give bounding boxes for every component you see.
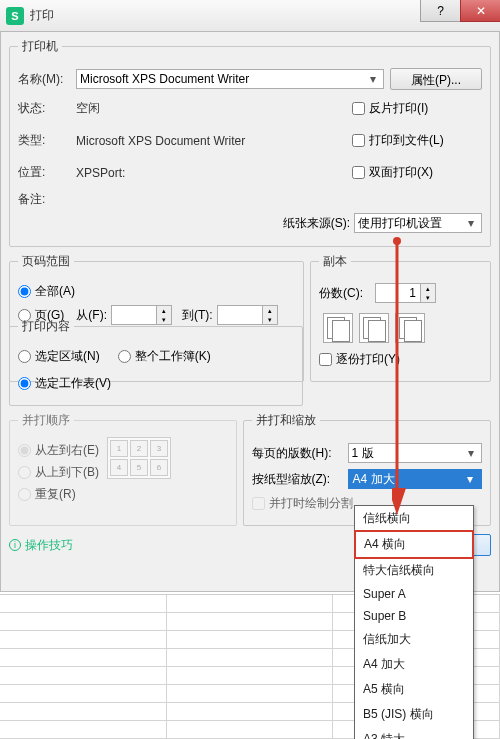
where-value: XPSPort:: [76, 166, 352, 180]
status-value: 空闲: [76, 100, 352, 117]
dropdown-item[interactable]: A3 特大: [355, 727, 473, 739]
reverse-print-checkbox[interactable]: [352, 102, 365, 115]
printer-group: 打印机 名称(M): Microsoft XPS Document Writer…: [9, 38, 491, 247]
range-all-radio[interactable]: [18, 285, 31, 298]
help-button[interactable]: ?: [420, 0, 460, 22]
print-order-group: 并打顺序 从左到右(E) 从上到下(B) 重复(R) 123456: [9, 412, 237, 526]
paper-source-select[interactable]: 使用打印机设置▾: [354, 213, 482, 233]
dropdown-item[interactable]: 信纸加大: [355, 627, 473, 652]
paper-source-label: 纸张来源(S):: [283, 215, 350, 232]
collate-diagram: 1 2 3: [319, 313, 482, 343]
chevron-down-icon: ▾: [464, 446, 478, 460]
dropdown-item-highlighted[interactable]: A4 横向: [354, 530, 474, 559]
draw-border-checkbox: [252, 497, 265, 510]
paper-size-dropdown[interactable]: 信纸横向 A4 横向 特大信纸横向 Super A Super B 信纸加大 A…: [354, 505, 474, 739]
printer-name-select[interactable]: Microsoft XPS Document Writer▾: [76, 69, 384, 89]
app-icon: S: [6, 7, 24, 25]
order-lr-radio: [18, 444, 31, 457]
duplex-checkbox[interactable]: [352, 166, 365, 179]
print-content-group: 打印内容 选定区域(N) 整个工作簿(K) 选定工作表(V): [9, 318, 303, 406]
order-diagram: 123456: [107, 437, 171, 479]
dropdown-item[interactable]: Super B: [355, 605, 473, 627]
dropdown-item[interactable]: A4 加大: [355, 652, 473, 677]
copies-group: 副本 份数(C): ▴▾ 1 2 3 逐份打印(Y): [310, 253, 491, 382]
content-workbook-radio[interactable]: [118, 350, 131, 363]
print-to-file-checkbox[interactable]: [352, 134, 365, 147]
copies-spinner[interactable]: ▴▾: [375, 283, 436, 303]
collate-checkbox[interactable]: [319, 353, 332, 366]
printer-legend: 打印机: [18, 38, 62, 55]
type-label: 类型:: [18, 132, 76, 149]
dialog-title: 打印: [30, 7, 54, 24]
where-label: 位置:: [18, 164, 76, 181]
dropdown-item[interactable]: A5 横向: [355, 677, 473, 702]
info-icon: i: [9, 539, 21, 551]
properties-button[interactable]: 属性(P)...: [390, 68, 482, 90]
dropdown-item[interactable]: 信纸横向: [355, 506, 473, 531]
chevron-down-icon: ▾: [463, 472, 477, 486]
order-tb-radio: [18, 466, 31, 479]
fit-to-paper-select[interactable]: A4 加大▾: [348, 469, 482, 489]
dropdown-item[interactable]: B5 (JIS) 横向: [355, 702, 473, 727]
comment-label: 备注:: [18, 191, 76, 208]
printer-name-label: 名称(M):: [18, 71, 76, 88]
tips-link[interactable]: i 操作技巧: [9, 537, 73, 554]
dropdown-item[interactable]: 特大信纸横向: [355, 558, 473, 583]
dropdown-item[interactable]: Super A: [355, 583, 473, 605]
copies-per-page-select[interactable]: 1 版▾: [348, 443, 482, 463]
content-sheets-radio[interactable]: [18, 377, 31, 390]
type-value: Microsoft XPS Document Writer: [76, 134, 352, 148]
titlebar: S 打印 ? ✕: [0, 0, 500, 32]
status-label: 状态:: [18, 100, 76, 117]
content-selection-radio[interactable]: [18, 350, 31, 363]
chevron-down-icon: ▾: [366, 72, 380, 86]
close-button[interactable]: ✕: [460, 0, 500, 22]
chevron-down-icon: ▾: [464, 216, 478, 230]
order-repeat-radio: [18, 488, 31, 501]
